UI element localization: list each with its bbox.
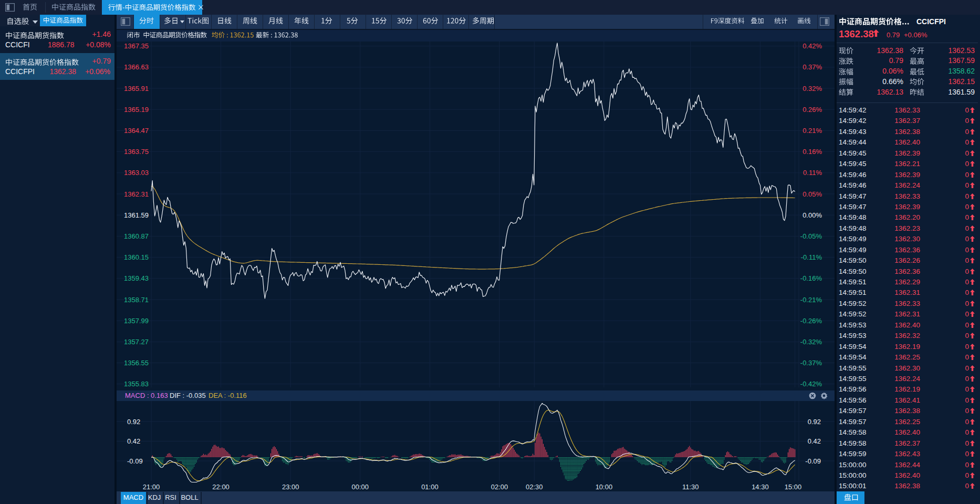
svg-text:-0.37%: -0.37%	[800, 359, 822, 367]
svg-text:1363.03: 1363.03	[124, 169, 149, 177]
svg-text:1355.83: 1355.83	[124, 380, 149, 388]
svg-text:15:00: 15:00	[785, 483, 802, 491]
svg-text:1363.75: 1363.75	[124, 148, 149, 156]
svg-text:-0.09: -0.09	[127, 457, 143, 465]
svg-text:1361.59: 1361.59	[124, 211, 149, 219]
svg-text:-0.16%: -0.16%	[800, 274, 822, 282]
svg-text:0.42%: 0.42%	[802, 42, 822, 50]
svg-text:-0.09: -0.09	[805, 457, 821, 465]
svg-text:01:00: 01:00	[421, 483, 439, 491]
svg-text:1366.63: 1366.63	[124, 63, 149, 71]
svg-text:10:00: 10:00	[596, 483, 613, 491]
svg-text:23:00: 23:00	[282, 483, 299, 491]
svg-text:1365.91: 1365.91	[124, 85, 149, 92]
svg-text:1359.43: 1359.43	[124, 274, 149, 282]
svg-text:-0.05%: -0.05%	[800, 232, 822, 240]
svg-text:1364.47: 1364.47	[124, 127, 149, 135]
svg-text:0.26%: 0.26%	[802, 106, 822, 114]
svg-text:0.05%: 0.05%	[802, 190, 822, 198]
svg-text:-0.21%: -0.21%	[800, 296, 822, 304]
svg-text:1357.99: 1357.99	[124, 317, 149, 325]
svg-text:0.00%: 0.00%	[802, 211, 822, 219]
svg-text:00:00: 00:00	[352, 483, 369, 491]
svg-text:1367.35: 1367.35	[124, 42, 149, 50]
svg-text:0.92: 0.92	[127, 418, 140, 426]
svg-text:0.37%: 0.37%	[802, 63, 822, 71]
svg-text:02:00: 02:00	[491, 483, 508, 491]
svg-text:1360.87: 1360.87	[124, 232, 149, 240]
svg-text:-0.42%: -0.42%	[800, 380, 822, 388]
svg-text:1356.55: 1356.55	[124, 359, 149, 367]
svg-text:1365.19: 1365.19	[124, 106, 149, 114]
svg-text:14:30: 14:30	[752, 483, 769, 491]
svg-text:22:00: 22:00	[212, 483, 230, 491]
svg-text:1358.71: 1358.71	[124, 296, 149, 304]
svg-text:1357.27: 1357.27	[124, 338, 149, 346]
svg-text:0.32%: 0.32%	[802, 85, 822, 92]
svg-text:0.11%: 0.11%	[803, 169, 822, 177]
svg-text:-0.32%: -0.32%	[800, 338, 822, 346]
svg-text:21:00: 21:00	[143, 483, 160, 491]
svg-text:0.21%: 0.21%	[802, 127, 822, 135]
svg-text:1360.15: 1360.15	[124, 253, 149, 261]
svg-text:0.42: 0.42	[808, 437, 821, 445]
svg-text:0.92: 0.92	[808, 418, 821, 426]
svg-text:0.16%: 0.16%	[802, 148, 822, 156]
svg-text:-0.11%: -0.11%	[801, 253, 822, 261]
svg-text:-0.26%: -0.26%	[800, 317, 822, 325]
svg-text:0.42: 0.42	[127, 437, 140, 445]
svg-text:11:30: 11:30	[682, 483, 699, 491]
svg-text:1362.31: 1362.31	[124, 190, 149, 198]
svg-text:02:30: 02:30	[526, 483, 543, 491]
